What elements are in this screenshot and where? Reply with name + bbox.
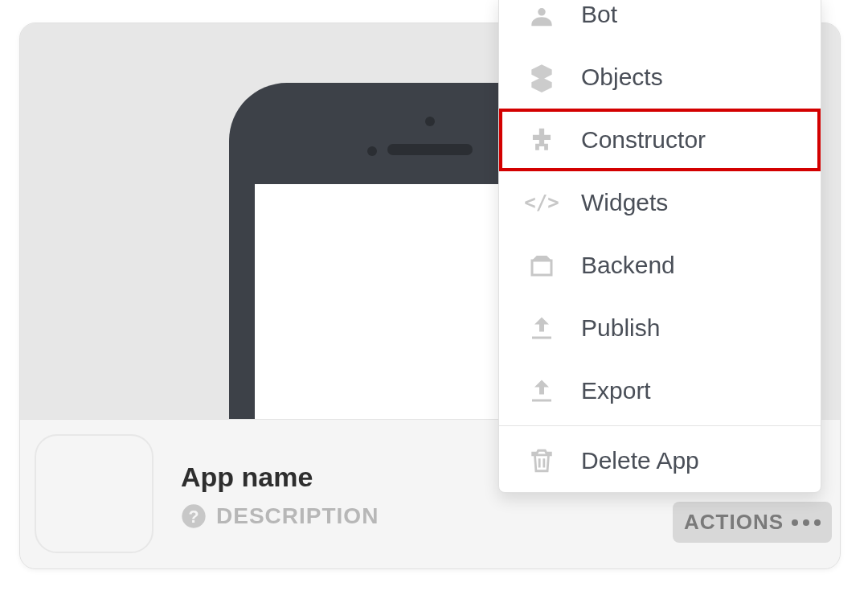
actions-label: ACTIONS [684, 510, 784, 535]
menu-item-constructor[interactable]: Constructor [499, 109, 821, 171]
sensor-dot-icon [367, 146, 377, 156]
menu-item-label: Export [581, 377, 651, 404]
export-icon [526, 375, 557, 406]
menu-item-label: Objects [581, 64, 663, 91]
ellipsis-icon [792, 519, 821, 526]
menu-item-export[interactable]: Export [499, 359, 821, 422]
svg-rect-2 [532, 261, 551, 275]
widgets-icon: </> [526, 187, 557, 218]
menu-divider [499, 425, 821, 426]
app-title: App name [181, 462, 313, 493]
menu-item-label: Delete App [581, 447, 699, 474]
menu-item-backend[interactable]: Backend [499, 234, 821, 297]
description-label: DESCRIPTION [216, 503, 379, 529]
objects-icon [526, 62, 557, 92]
menu-item-publish[interactable]: Publish [499, 297, 821, 359]
menu-item-delete[interactable]: Delete App [499, 429, 821, 492]
app-thumbnail[interactable] [35, 434, 154, 553]
constructor-icon [526, 125, 557, 155]
speaker-icon [387, 144, 473, 155]
menu-item-objects[interactable]: Objects [499, 46, 821, 109]
menu-item-label: Widgets [581, 189, 668, 216]
publish-icon [526, 313, 557, 343]
bot-icon [526, 0, 557, 30]
help-icon[interactable]: ? [181, 503, 207, 529]
svg-text:?: ? [188, 507, 199, 527]
backend-icon [526, 250, 557, 281]
menu-item-label: Constructor [581, 126, 706, 154]
menu-item-label: Backend [581, 252, 675, 279]
menu-item-label: Publish [581, 314, 660, 342]
trash-icon [526, 445, 557, 476]
description-row: ? DESCRIPTION [181, 503, 379, 529]
actions-dropdown: Bot Objects Constructor </> Widgets Back… [498, 0, 821, 493]
actions-button[interactable]: ACTIONS [673, 502, 832, 543]
menu-item-widgets[interactable]: </> Widgets [499, 171, 821, 234]
menu-item-label: Bot [581, 1, 617, 28]
menu-item-bot[interactable]: Bot [499, 0, 821, 46]
